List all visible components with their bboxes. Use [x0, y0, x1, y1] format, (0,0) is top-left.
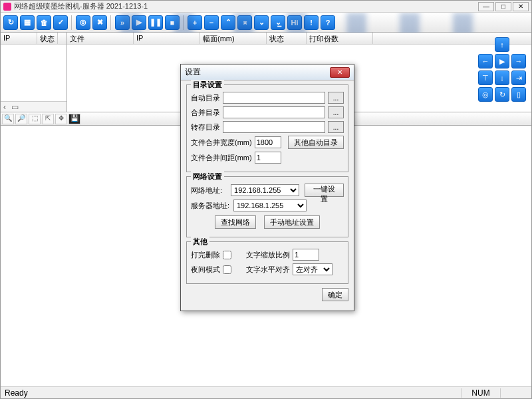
one-key-button[interactable]: 一键设置	[305, 184, 344, 197]
srv-addr-label: 服务器地址:	[191, 201, 231, 211]
refresh-icon[interactable]: ↻	[3, 15, 18, 30]
col-copies[interactable]: 打印份数	[307, 33, 373, 44]
pause-icon[interactable]: ❚❚	[148, 15, 163, 30]
main-toolbar: ↻ ▦ 🗑 ✓ ◎ ✖ » ▶ ❚❚ ■ + − ⌃ ⌅ ⌄ ⌄̲ Hi ! ?	[1, 13, 531, 33]
col-status2[interactable]: 状态	[267, 33, 307, 44]
up-icon[interactable]: ⌃	[221, 15, 235, 30]
minimize-button[interactable]: —	[478, 2, 494, 11]
pad-refresh-icon[interactable]: ↻	[495, 87, 509, 102]
merge-width-label: 文件合并宽度(mm)	[191, 138, 252, 148]
merge-dir-label: 合并目录	[191, 108, 220, 118]
app-icon	[3, 3, 11, 11]
status-ready: Ready	[5, 388, 461, 398]
alert-icon[interactable]: !	[304, 15, 319, 30]
settings-dialog: 设置 ✕ 目录设置 自动目录... 合并目录... 转存目录... 文件合并宽度…	[180, 64, 354, 311]
srv-addr-select[interactable]: 192.168.1.255	[233, 200, 307, 211]
net-addr-label: 网络地址:	[191, 186, 228, 196]
other-auto-dir-button[interactable]: 其他自动目录	[288, 136, 344, 149]
net-addr-select[interactable]: 192.168.1.255	[231, 184, 299, 196]
merge-gap-label: 文件合并间距(mm)	[191, 153, 252, 163]
pad-target-icon[interactable]: ◎	[478, 87, 493, 102]
target-icon[interactable]: ◎	[76, 15, 90, 30]
pad-doc-icon[interactable]: ▯	[511, 87, 526, 102]
status-bar: Ready NUM	[1, 386, 531, 398]
dialog-title: 设置	[185, 66, 330, 78]
arrow-icon[interactable]: ⇱	[42, 114, 54, 124]
text-align-label: 文字水平对齐	[246, 265, 290, 275]
move-icon[interactable]: ✥	[55, 114, 67, 124]
auto-dir-browse[interactable]: ...	[328, 92, 344, 104]
merge-gap-input[interactable]	[255, 152, 281, 164]
auto-dir-input[interactable]	[223, 92, 325, 104]
col-status[interactable]: 状态	[37, 33, 58, 44]
text-scale-label: 文字缩放比例	[246, 250, 290, 260]
top-icon[interactable]: ⌅	[237, 15, 252, 30]
titlebar: 网络超级喷墨绘图机-服务器 2021-1213-1 — □ ✕	[1, 1, 531, 13]
zoom-in-icon[interactable]: 🔍	[2, 114, 14, 124]
col-file[interactable]: 文件	[67, 33, 134, 44]
night-mode-checkbox[interactable]	[223, 265, 231, 274]
dialog-close-button[interactable]: ✕	[330, 67, 350, 78]
merge-dir-browse[interactable]: ...	[328, 106, 344, 118]
text-scale-input[interactable]	[293, 249, 319, 261]
help-icon[interactable]: ?	[321, 15, 335, 30]
left-pane: IP 状态 ‹▭	[1, 33, 67, 112]
save-icon[interactable]: 💾	[68, 114, 80, 124]
save-dir-input[interactable]	[223, 121, 325, 133]
plus-icon[interactable]: +	[188, 15, 202, 30]
pad-down-icon[interactable]: ↓	[495, 70, 509, 85]
pad-play-icon[interactable]: ▶	[495, 54, 509, 68]
col-ip2[interactable]: IP	[134, 33, 200, 44]
maximize-button[interactable]: □	[495, 2, 511, 11]
minus-icon[interactable]: −	[204, 15, 219, 30]
auto-dir-label: 自动目录	[191, 93, 220, 103]
check-icon[interactable]: ✓	[53, 15, 68, 30]
pad-left-icon[interactable]: ←	[478, 54, 493, 68]
fit-icon[interactable]: ⬚	[29, 114, 41, 124]
save-dir-label: 转存目录	[191, 122, 220, 132]
find-network-button[interactable]: 查找网络	[215, 215, 256, 229]
night-mode-label: 夜间模式	[191, 265, 220, 275]
down-icon[interactable]: ⌄	[254, 15, 269, 30]
grid-icon[interactable]: ▦	[20, 15, 35, 30]
ok-button[interactable]: 确定	[322, 288, 348, 301]
group-other: 其他	[191, 237, 209, 247]
status-num: NUM	[461, 388, 501, 398]
zoom-out-icon[interactable]: 🔎	[15, 114, 27, 124]
group-network: 网络设置	[191, 172, 224, 182]
manual-addr-button[interactable]: 手动地址设置	[264, 215, 320, 229]
stop-icon[interactable]: ■	[165, 15, 180, 30]
direction-pad: ↑ ← ▶ → ⊤ ↓ ⇥ ◎ ↻ ▯	[475, 37, 529, 102]
pad-up-icon[interactable]: ↑	[495, 37, 509, 52]
col-ip[interactable]: IP	[1, 33, 37, 44]
tools-icon[interactable]: ✖	[92, 15, 107, 30]
save-dir-browse[interactable]: ...	[328, 121, 344, 133]
delete-icon[interactable]: 🗑	[37, 15, 51, 30]
pad-right-icon[interactable]: →	[511, 54, 526, 68]
close-button[interactable]: ✕	[513, 2, 529, 11]
fastfwd-icon[interactable]: »	[115, 15, 130, 30]
delete-after-checkbox[interactable]	[223, 251, 231, 259]
group-dirs: 目录设置	[191, 80, 224, 90]
play-icon[interactable]: ▶	[132, 15, 146, 30]
bottom-icon[interactable]: ⌄̲	[271, 15, 285, 30]
left-list[interactable]	[1, 45, 66, 101]
merge-width-input[interactable]	[255, 136, 281, 148]
merge-dir-input[interactable]	[223, 106, 325, 118]
hi-icon[interactable]: Hi	[287, 15, 302, 30]
col-size[interactable]: 幅面(mm)	[200, 33, 267, 44]
text-align-select[interactable]: 左对齐	[293, 263, 332, 275]
pad-top-icon[interactable]: ⊤	[478, 70, 493, 85]
window-title: 网络超级喷墨绘图机-服务器 2021-1213-1	[14, 1, 478, 11]
delete-after-label: 打完删除	[191, 250, 220, 260]
pad-end-icon[interactable]: ⇥	[511, 70, 526, 85]
